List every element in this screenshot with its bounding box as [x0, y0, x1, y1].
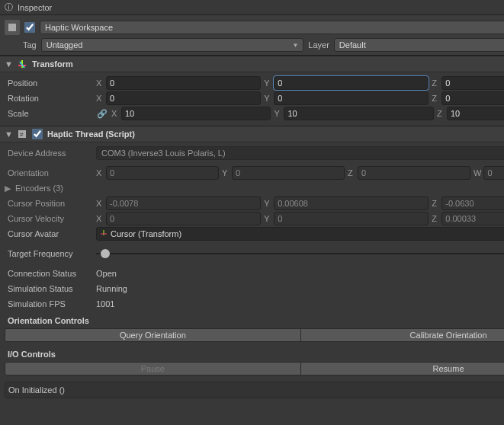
sim-fps-label: Simulation FPS	[5, 299, 93, 308]
transform-header[interactable]: ▼ Transform ? ⇄ ⋮	[0, 56, 504, 72]
sim-status-value: Running	[96, 284, 127, 293]
script-icon: #	[17, 129, 27, 139]
position-label: Position	[5, 78, 93, 88]
orient-z	[358, 166, 470, 180]
cursor-vel-label: Cursor Velocity	[5, 214, 93, 223]
tag-dropdown[interactable]: Untagged▼	[41, 38, 304, 52]
position-z[interactable]	[441, 76, 504, 90]
active-checkbox[interactable]	[24, 22, 35, 33]
haptic-title: Haptic Thread (Script)	[47, 129, 504, 139]
position-y[interactable]	[274, 76, 429, 90]
haptic-body: Device Address COM3 (Inverse3 Louis Pola…	[0, 142, 504, 403]
inspector-header: ⓘ Inspector 🔓 ⋮	[0, 0, 504, 15]
pause-button[interactable]: Pause	[5, 362, 301, 375]
orientation-label: Orientation	[5, 168, 93, 177]
cursorpos-z	[441, 197, 504, 210]
device-address-dropdown[interactable]: COM3 (Inverse3 Louis Polaris, L)▼	[96, 146, 504, 160]
layer-label: Layer	[308, 40, 329, 50]
rotation-y[interactable]	[274, 91, 429, 105]
transform-title: Transform	[32, 59, 504, 69]
link-icon[interactable]: 🔗	[96, 109, 108, 119]
fold-icon[interactable]: ▼	[5, 129, 12, 139]
orient-w	[483, 166, 504, 180]
conn-status-value: Open	[96, 269, 117, 278]
position-x[interactable]	[106, 76, 261, 90]
target-freq-label: Target Frequency	[5, 249, 93, 258]
cursor-pos-label: Cursor Position	[5, 199, 93, 208]
orient-y	[232, 166, 345, 180]
cursorpos-x	[106, 197, 261, 210]
info-icon: ⓘ	[5, 2, 13, 13]
sim-fps-value: 1001	[96, 299, 114, 308]
sim-status-label: Simulation Status	[5, 284, 93, 293]
orient-x	[106, 166, 219, 180]
inspector-title: Inspector	[18, 3, 52, 12]
object-name-field[interactable]	[40, 21, 504, 34]
tag-label: Tag	[23, 40, 37, 50]
layer-dropdown[interactable]: Default▼	[334, 38, 504, 52]
cursor-avatar-label: Cursor Avatar	[5, 229, 93, 238]
encoders-label: Encoders (3)	[15, 184, 63, 193]
scale-x[interactable]	[121, 107, 271, 120]
on-initialized-event[interactable]: On Initialized ()	[5, 382, 504, 398]
object-header: Static ▾ Tag Untagged▼ Layer Default▼	[0, 15, 504, 56]
resume-button[interactable]: Resume	[301, 362, 504, 375]
scale-z[interactable]	[447, 107, 504, 120]
cursorvel-y	[274, 212, 429, 225]
io-controls-heading: I/O Controls	[5, 345, 504, 362]
conn-status-label: Connection Status	[5, 269, 93, 278]
scale-label: Scale	[5, 109, 93, 118]
inspector-panel: ⓘ Inspector 🔓 ⋮ Static ▾ Tag Untagged▼ L…	[0, 0, 504, 425]
orientation-controls-heading: Orientation Controls	[5, 312, 504, 328]
calibrate-orientation-button[interactable]: Calibrate Orientation	[301, 328, 504, 342]
scale-y[interactable]	[284, 107, 433, 120]
transform-body: Position X Y Z Rotation X Y Z Scale 🔗 X …	[0, 72, 504, 126]
haptic-enabled[interactable]	[32, 129, 43, 139]
rotation-x[interactable]	[106, 91, 261, 105]
transform-ref-icon	[100, 229, 108, 238]
rotation-label: Rotation	[5, 94, 93, 103]
encoders-fold[interactable]: ▶	[5, 184, 12, 193]
fold-icon[interactable]: ▼	[5, 59, 12, 69]
rotation-z[interactable]	[441, 91, 504, 105]
transform-icon	[17, 59, 27, 69]
haptic-header[interactable]: ▼ # Haptic Thread (Script) ? ⇄ ⋮	[0, 126, 504, 142]
cursorvel-x	[106, 212, 261, 225]
target-freq-slider[interactable]	[96, 253, 504, 254]
query-orientation-button[interactable]: Query Orientation	[5, 328, 301, 342]
cursor-avatar-field[interactable]: Cursor (Transform) ⊙	[96, 227, 504, 241]
cursorvel-z	[441, 212, 504, 225]
svg-rect-15	[8, 24, 16, 31]
svg-text:#: #	[20, 131, 24, 138]
cursorpos-y	[274, 197, 429, 210]
device-address-label: Device Address	[5, 149, 93, 158]
object-icon[interactable]	[5, 20, 20, 35]
